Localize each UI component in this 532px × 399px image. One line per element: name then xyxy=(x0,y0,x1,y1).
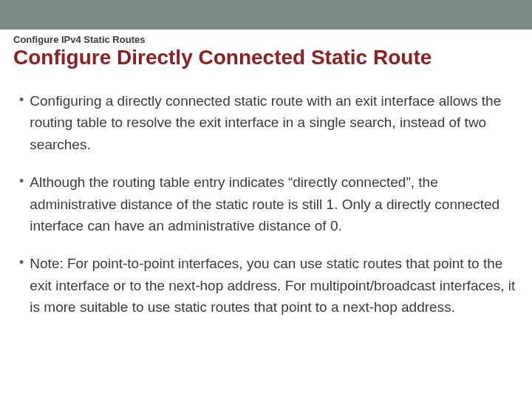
bullet-icon: • xyxy=(19,253,24,318)
page-title: Configure Directly Connected Static Rout… xyxy=(13,47,519,69)
bullet-list: • Configuring a directly connected stati… xyxy=(13,90,519,318)
bullet-text: Note: For point-to-point interfaces, you… xyxy=(30,253,519,318)
bullet-text: Configuring a directly connected static … xyxy=(30,90,519,155)
bullet-icon: • xyxy=(19,90,24,155)
list-item: • Note: For point-to-point interfaces, y… xyxy=(19,253,519,318)
bullet-text: Although the routing table entry indicat… xyxy=(30,171,519,236)
list-item: • Configuring a directly connected stati… xyxy=(19,90,519,155)
header-bar xyxy=(0,0,532,30)
breadcrumb: Configure IPv4 Static Routes xyxy=(13,34,519,45)
list-item: • Although the routing table entry indic… xyxy=(19,171,519,236)
slide-content: Configure IPv4 Static Routes Configure D… xyxy=(0,30,532,318)
bullet-icon: • xyxy=(19,171,24,236)
